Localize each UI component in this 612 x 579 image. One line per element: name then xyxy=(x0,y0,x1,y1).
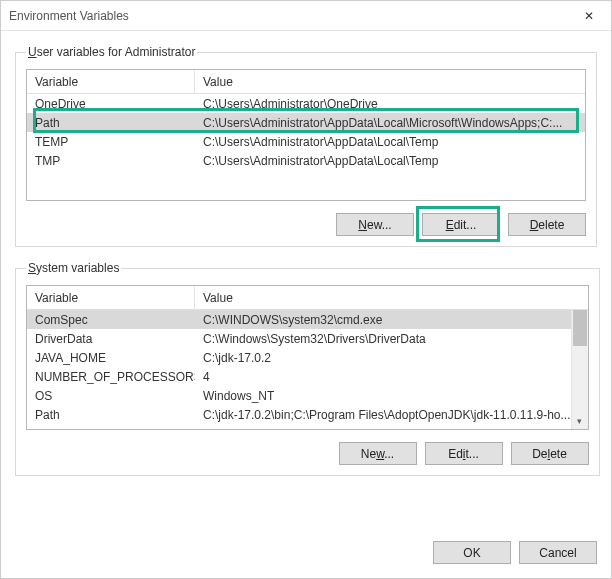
table-row[interactable]: JAVA_HOME C:\jdk-17.0.2 xyxy=(27,348,571,367)
table-row[interactable]: PATHEXT .COM;.EXE;.BAT;.CMD;.VBS;.VBE;.J… xyxy=(27,424,571,430)
column-header-value[interactable]: Value xyxy=(195,70,585,93)
cell-variable: NUMBER_OF_PROCESSORS xyxy=(27,370,195,384)
cancel-button[interactable]: Cancel xyxy=(519,541,597,564)
close-icon: ✕ xyxy=(584,9,594,23)
system-variables-table[interactable]: Variable Value ComSpec C:\WINDOWS\system… xyxy=(26,285,589,430)
ok-button[interactable]: OK xyxy=(433,541,511,564)
cell-variable: ComSpec xyxy=(27,313,195,327)
cell-value: 4 xyxy=(195,370,571,384)
cell-variable: DriverData xyxy=(27,332,195,346)
cell-value: C:\Users\Administrator\AppData\Local\Mic… xyxy=(195,116,585,130)
system-variables-legend: System variables xyxy=(26,261,121,275)
user-variables-group: User variables for Administrator Variabl… xyxy=(15,45,597,247)
table-row[interactable]: Path C:\jdk-17.0.2\bin;C:\Program Files\… xyxy=(27,405,571,424)
table-row[interactable]: TEMP C:\Users\Administrator\AppData\Loca… xyxy=(27,132,585,151)
new-button[interactable]: New... xyxy=(336,213,414,236)
titlebar: Environment Variables ✕ xyxy=(1,1,611,31)
cell-variable: OneDrive xyxy=(27,97,195,111)
table-header: Variable Value xyxy=(27,70,585,94)
cell-variable: JAVA_HOME xyxy=(27,351,195,365)
table-row[interactable]: Path C:\Users\Administrator\AppData\Loca… xyxy=(27,113,585,132)
edit-button[interactable]: Edit... xyxy=(422,213,500,236)
cell-value: C:\Users\Administrator\OneDrive xyxy=(195,97,585,111)
user-buttons-row: New... Edit... Delete xyxy=(26,213,586,236)
cell-value: C:\Users\Administrator\AppData\Local\Tem… xyxy=(195,135,585,149)
new-button[interactable]: New... xyxy=(339,442,417,465)
table-row[interactable]: OS Windows_NT xyxy=(27,386,571,405)
cell-variable: TMP xyxy=(27,154,195,168)
system-buttons-row: New... Edit... Delete xyxy=(26,442,589,465)
delete-button[interactable]: Delete xyxy=(511,442,589,465)
table-row[interactable]: OneDrive C:\Users\Administrator\OneDrive xyxy=(27,94,585,113)
cell-value: Windows_NT xyxy=(195,389,571,403)
cell-value: C:\Windows\System32\Drivers\DriverData xyxy=(195,332,571,346)
cell-value: C:\WINDOWS\system32\cmd.exe xyxy=(195,313,571,327)
edit-button[interactable]: Edit... xyxy=(425,442,503,465)
table-row[interactable]: NUMBER_OF_PROCESSORS 4 xyxy=(27,367,571,386)
user-table-body: OneDrive C:\Users\Administrator\OneDrive… xyxy=(27,94,585,170)
cell-value: .COM;.EXE;.BAT;.CMD;.VBS;.VBE;.JS;.JSE;.… xyxy=(195,427,571,431)
column-header-variable[interactable]: Variable xyxy=(27,70,195,93)
cell-variable: PATHEXT xyxy=(27,427,195,431)
scrollbar-vertical[interactable]: ▴ ▾ xyxy=(571,310,588,429)
dialog-content: User variables for Administrator Variabl… xyxy=(1,31,611,531)
column-header-value[interactable]: Value xyxy=(195,286,588,309)
cell-variable: Path xyxy=(27,116,195,130)
cell-value: C:\jdk-17.0.2\bin;C:\Program Files\Adopt… xyxy=(195,408,571,422)
cell-variable: TEMP xyxy=(27,135,195,149)
scrollbar-down-icon[interactable]: ▾ xyxy=(572,412,588,429)
env-vars-dialog: Environment Variables ✕ User variables f… xyxy=(0,0,612,579)
system-variables-group: System variables Variable Value ComSpec … xyxy=(15,261,600,476)
table-header: Variable Value xyxy=(27,286,588,310)
cell-variable: OS xyxy=(27,389,195,403)
table-row[interactable]: TMP C:\Users\Administrator\AppData\Local… xyxy=(27,151,585,170)
system-table-body: ComSpec C:\WINDOWS\system32\cmd.exe Driv… xyxy=(27,310,571,430)
scrollbar-thumb[interactable] xyxy=(573,310,587,346)
close-button[interactable]: ✕ xyxy=(566,1,611,30)
table-row[interactable]: DriverData C:\Windows\System32\Drivers\D… xyxy=(27,329,571,348)
column-header-variable[interactable]: Variable xyxy=(27,286,195,309)
cell-variable: Path xyxy=(27,408,195,422)
user-variables-table[interactable]: Variable Value OneDrive C:\Users\Adminis… xyxy=(26,69,586,201)
cell-value: C:\Users\Administrator\AppData\Local\Tem… xyxy=(195,154,585,168)
cell-value: C:\jdk-17.0.2 xyxy=(195,351,571,365)
user-variables-legend: User variables for Administrator xyxy=(26,45,197,59)
window-title: Environment Variables xyxy=(9,9,129,23)
delete-button[interactable]: Delete xyxy=(508,213,586,236)
dialog-footer: OK Cancel xyxy=(1,531,611,578)
table-row[interactable]: ComSpec C:\WINDOWS\system32\cmd.exe xyxy=(27,310,571,329)
